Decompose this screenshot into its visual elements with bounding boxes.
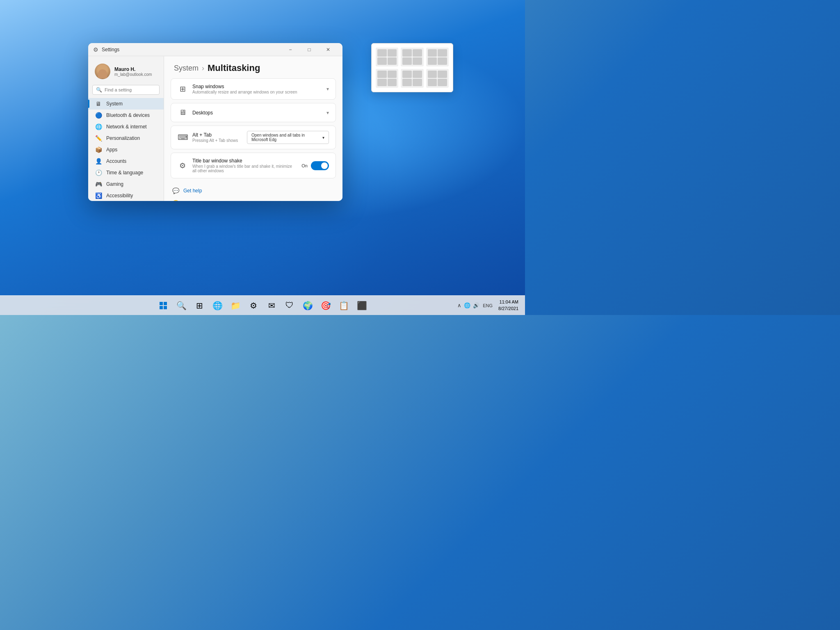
- snap-windows-icon: ⊞: [178, 84, 187, 94]
- search-input[interactable]: [105, 87, 156, 92]
- snap-block: [402, 49, 412, 57]
- bluetooth-icon: 🔵: [95, 112, 102, 119]
- taskbar-taskview-button[interactable]: ⊞: [191, 297, 208, 314]
- taskbar-search-button[interactable]: 🔍: [173, 297, 189, 314]
- taskbar-app3-button[interactable]: 🎯: [317, 297, 334, 314]
- snap-layout-5[interactable]: [401, 69, 423, 88]
- alt-tab-dropdown[interactable]: Open windows and all tabs in Microsoft E…: [247, 131, 329, 144]
- snap-block: [388, 79, 397, 86]
- snap-layout-1[interactable]: [376, 48, 398, 66]
- minimize-button[interactable]: −: [281, 43, 300, 56]
- desktops-chevron-icon: ▾: [326, 110, 329, 116]
- snap-block: [377, 79, 387, 86]
- snap-block: [388, 49, 397, 57]
- snap-block: [428, 79, 437, 86]
- breadcrumb-separator: ›: [202, 64, 204, 73]
- sidebar-item-network[interactable]: 🌐 Network & internet: [88, 121, 164, 132]
- snap-layout-4[interactable]: [376, 69, 398, 88]
- alt-tab-action: Open windows and all tabs in Microsoft E…: [247, 131, 329, 144]
- get-help-icon: 💬: [172, 187, 179, 194]
- sidebar-item-time[interactable]: 🕐 Time & language: [88, 167, 164, 178]
- snap-block: [428, 57, 437, 65]
- taskbar-settings-button[interactable]: ⚙: [245, 297, 262, 314]
- toggle-on-label: On: [301, 163, 308, 168]
- personalization-icon: ✏️: [95, 135, 102, 142]
- taskbar-center: 🔍 ⊞ 🌐 📁 ⚙ ✉ 🛡 🌍 🎯 📋 ⬛: [155, 297, 370, 314]
- close-button[interactable]: ✕: [319, 43, 338, 56]
- avatar-image: [95, 64, 110, 79]
- sidebar-item-personalization[interactable]: ✏️ Personalization: [88, 132, 164, 144]
- sidebar-item-system[interactable]: 🖥 System: [88, 98, 164, 110]
- sidebar-item-accounts[interactable]: 👤 Accounts: [88, 155, 164, 167]
- network-tray-icon[interactable]: 🌐: [463, 301, 471, 309]
- sidebar-item-label: Gaming: [106, 181, 123, 187]
- window-title: Settings: [102, 47, 278, 52]
- settings-body: Mauro H. m_lab@outlook.com 🔍 🖥 System 🔵 …: [88, 56, 342, 201]
- start-button[interactable]: [155, 297, 171, 314]
- alt-tab-dropdown-icon: ▾: [322, 135, 324, 140]
- links-section: 💬 Get help 😊 Give feedback: [164, 185, 342, 201]
- taskbar-app5-button[interactable]: ⬛: [354, 297, 370, 314]
- snap-block: [402, 79, 412, 86]
- alt-tab-desc: Pressing Alt + Tab shows: [192, 138, 242, 143]
- snap-windows-card: ⊞ Snap windows Automatically resize and …: [171, 78, 336, 100]
- get-help-link[interactable]: 💬 Get help: [171, 185, 336, 196]
- desktops-title: Desktops: [192, 110, 322, 116]
- snap-block: [402, 71, 412, 78]
- svg-rect-3: [164, 306, 167, 309]
- taskbar-app4-button[interactable]: 📋: [336, 297, 352, 314]
- sidebar-item-bluetooth[interactable]: 🔵 Bluetooth & devices: [88, 110, 164, 121]
- sound-tray-icon[interactable]: 🔊: [472, 301, 480, 309]
- title-bar-shake-text: Title bar window shake When I grab a win…: [192, 158, 297, 173]
- get-help-text: Get help: [183, 188, 202, 194]
- snap-block: [438, 79, 447, 86]
- give-feedback-link[interactable]: 😊 Give feedback: [171, 197, 336, 201]
- taskbar-app2-button[interactable]: 🌍: [299, 297, 316, 314]
- breadcrumb-parent: System: [174, 64, 199, 73]
- snap-layout-3[interactable]: [426, 48, 449, 66]
- user-email: m_lab@outlook.com: [114, 72, 152, 77]
- title-bar-shake-icon: ⚙: [178, 161, 187, 170]
- tray-up-icon[interactable]: ∧: [457, 301, 462, 309]
- sidebar-item-label: Accounts: [106, 158, 126, 164]
- time-icon: 🕐: [95, 169, 102, 176]
- snap-block: [413, 79, 422, 86]
- sidebar-item-label: Accessibility: [106, 193, 133, 199]
- page-title: Multitasking: [208, 63, 260, 73]
- snap-layout-2[interactable]: [401, 48, 423, 66]
- taskbar-clock[interactable]: 11:04 AM 8/27/2021: [495, 299, 522, 312]
- snap-layout-6[interactable]: [426, 69, 449, 88]
- search-box[interactable]: 🔍: [92, 85, 160, 95]
- gaming-icon: 🎮: [95, 181, 102, 187]
- taskbar-mail-button[interactable]: ✉: [263, 297, 280, 314]
- sidebar-item-label: System: [106, 101, 123, 107]
- sidebar: Mauro H. m_lab@outlook.com 🔍 🖥 System 🔵 …: [88, 56, 164, 201]
- taskbar: 🔍 ⊞ 🌐 📁 ⚙ ✉ 🛡 🌍 🎯 📋 ⬛ ∧ 🌐 🔊 ENG 11:04 AM…: [0, 295, 525, 315]
- snap-layout-popup: [371, 43, 453, 92]
- snap-windows-row[interactable]: ⊞ Snap windows Automatically resize and …: [171, 79, 336, 99]
- title-bar-shake-row: ⚙ Title bar window shake When I grab a w…: [171, 153, 336, 178]
- title-bar-shake-toggle[interactable]: [311, 161, 329, 170]
- user-info: Mauro H. m_lab@outlook.com: [114, 66, 152, 77]
- snap-windows-title: Snap windows: [192, 84, 322, 89]
- maximize-button[interactable]: □: [300, 43, 319, 56]
- snap-windows-desc: Automatically resize and arrange windows…: [192, 90, 322, 94]
- language-indicator[interactable]: ENG: [482, 302, 493, 309]
- desktops-icon: 🖥: [178, 108, 187, 117]
- sidebar-item-gaming[interactable]: 🎮 Gaming: [88, 178, 164, 190]
- snap-block: [438, 57, 447, 65]
- taskbar-edge-button[interactable]: 🌐: [209, 297, 226, 314]
- sidebar-item-label: Personalization: [106, 135, 140, 141]
- snap-windows-text: Snap windows Automatically resize and ar…: [192, 84, 322, 94]
- user-profile[interactable]: Mauro H. m_lab@outlook.com: [88, 59, 164, 85]
- sidebar-item-apps[interactable]: 📦 Apps: [88, 144, 164, 155]
- taskbar-app1-button[interactable]: 🛡: [281, 297, 298, 314]
- taskbar-explorer-button[interactable]: 📁: [227, 297, 244, 314]
- desktops-row[interactable]: 🖥 Desktops ▾: [171, 103, 336, 122]
- snap-block: [413, 71, 422, 78]
- snap-block: [413, 57, 422, 65]
- sidebar-item-accessibility[interactable]: ♿ Accessibility: [88, 190, 164, 201]
- taskbar-time-display: 11:04 AM: [498, 299, 518, 305]
- give-feedback-text: Give feedback: [183, 200, 215, 201]
- settings-sections: ⊞ Snap windows Automatically resize and …: [164, 78, 342, 185]
